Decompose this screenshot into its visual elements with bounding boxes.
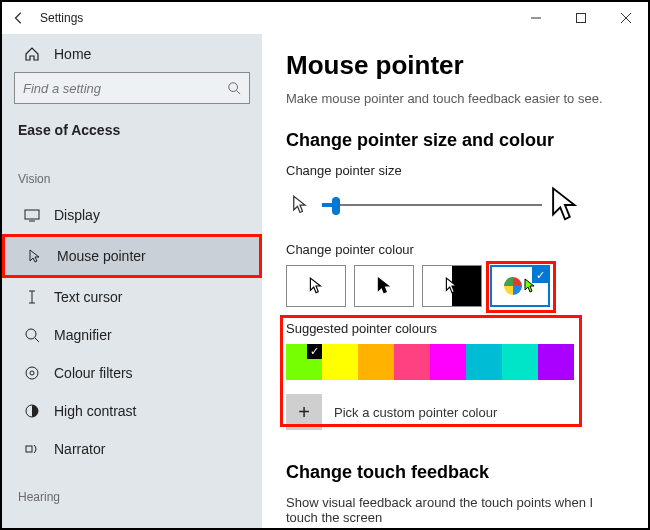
pick-custom-colour[interactable]: + Pick a custom pointer colour — [286, 394, 624, 430]
colour-swatch[interactable] — [538, 344, 574, 380]
colour-swatch[interactable] — [358, 344, 394, 380]
pointer-style-custom[interactable]: ✓ — [490, 265, 550, 307]
svg-line-3 — [237, 91, 241, 95]
svg-rect-1 — [576, 14, 585, 23]
suggested-colour-swatches — [286, 344, 624, 380]
colour-swatch[interactable] — [466, 344, 502, 380]
touch-feedback-text: Show visual feedback around the touch po… — [286, 495, 624, 525]
nav-colour-filters[interactable]: Colour filters — [2, 354, 262, 392]
pointer-style-white[interactable] — [286, 265, 346, 307]
home-label: Home — [54, 46, 91, 62]
home-nav[interactable]: Home — [2, 40, 262, 72]
pointer-size-slider[interactable] — [322, 204, 542, 206]
large-cursor-icon — [550, 186, 580, 224]
narrator-icon — [24, 441, 40, 457]
colour-filters-icon — [24, 365, 40, 381]
slider-thumb[interactable] — [332, 197, 340, 215]
page-heading: Mouse pointer — [286, 50, 624, 81]
search-icon — [227, 81, 241, 95]
category-title: Ease of Access — [2, 118, 262, 154]
sidebar: Home Ease of Access Vision Display Mouse… — [2, 34, 262, 528]
back-button[interactable] — [2, 2, 36, 34]
nav-label: Text cursor — [54, 289, 122, 305]
home-icon — [24, 46, 40, 62]
pick-custom-label: Pick a custom pointer colour — [334, 405, 497, 420]
text-cursor-icon — [24, 289, 40, 305]
colour-swatch[interactable] — [322, 344, 358, 380]
svg-point-2 — [229, 83, 238, 92]
nav-text-cursor[interactable]: Text cursor — [2, 278, 262, 316]
svg-line-8 — [35, 338, 39, 342]
window-title: Settings — [40, 11, 83, 25]
small-cursor-icon — [286, 191, 314, 219]
page-subtitle: Make mouse pointer and touch feedback ea… — [286, 91, 624, 106]
window-controls — [513, 2, 648, 34]
colour-swatch[interactable] — [286, 344, 322, 380]
nav-label: Magnifier — [54, 327, 112, 343]
label-pointer-colour: Change pointer colour — [286, 242, 624, 257]
plus-icon: + — [286, 394, 322, 430]
close-button[interactable] — [603, 2, 648, 34]
minimize-button[interactable] — [513, 2, 558, 34]
nav-label: Mouse pointer — [57, 248, 146, 264]
pointer-size-slider-row — [286, 186, 624, 224]
highlight-mouse-pointer: Mouse pointer — [2, 234, 262, 278]
nav-display[interactable]: Display — [2, 196, 262, 234]
nav-magnifier[interactable]: Magnifier — [2, 316, 262, 354]
display-icon — [24, 207, 40, 223]
nav-label: Display — [54, 207, 100, 223]
nav-mouse-pointer[interactable]: Mouse pointer — [5, 237, 259, 275]
svg-point-10 — [30, 371, 34, 375]
search-input[interactable] — [23, 81, 227, 96]
svg-rect-4 — [25, 210, 39, 219]
maximize-button[interactable] — [558, 2, 603, 34]
pointer-colour-options: ✓ — [286, 265, 624, 307]
pointer-style-black[interactable] — [354, 265, 414, 307]
mouse-pointer-icon — [27, 248, 43, 264]
svg-point-9 — [26, 367, 38, 379]
group-vision: Vision — [2, 168, 262, 190]
nav-label: High contrast — [54, 403, 136, 419]
colour-wheel-icon — [504, 277, 522, 295]
section-touch-feedback: Change touch feedback — [286, 462, 624, 483]
colour-swatch[interactable] — [430, 344, 466, 380]
svg-rect-12 — [26, 446, 32, 452]
label-suggested-colours: Suggested pointer colours — [286, 321, 624, 336]
search-box[interactable] — [14, 72, 250, 104]
titlebar: Settings — [2, 2, 648, 34]
label-pointer-size: Change pointer size — [286, 163, 624, 178]
group-hearing: Hearing — [2, 486, 262, 508]
nav-narrator[interactable]: Narrator — [2, 430, 262, 468]
content-pane: Mouse pointer Make mouse pointer and tou… — [262, 34, 648, 528]
colour-swatch[interactable] — [394, 344, 430, 380]
checkmark-icon: ✓ — [532, 267, 548, 283]
colour-swatch[interactable] — [502, 344, 538, 380]
high-contrast-icon — [24, 403, 40, 419]
svg-point-7 — [26, 329, 36, 339]
pointer-style-inverted[interactable] — [422, 265, 482, 307]
nav-label: Narrator — [54, 441, 105, 457]
nav-label: Colour filters — [54, 365, 133, 381]
magnifier-icon — [24, 327, 40, 343]
section-size-colour: Change pointer size and colour — [286, 130, 624, 151]
nav-high-contrast[interactable]: High contrast — [2, 392, 262, 430]
